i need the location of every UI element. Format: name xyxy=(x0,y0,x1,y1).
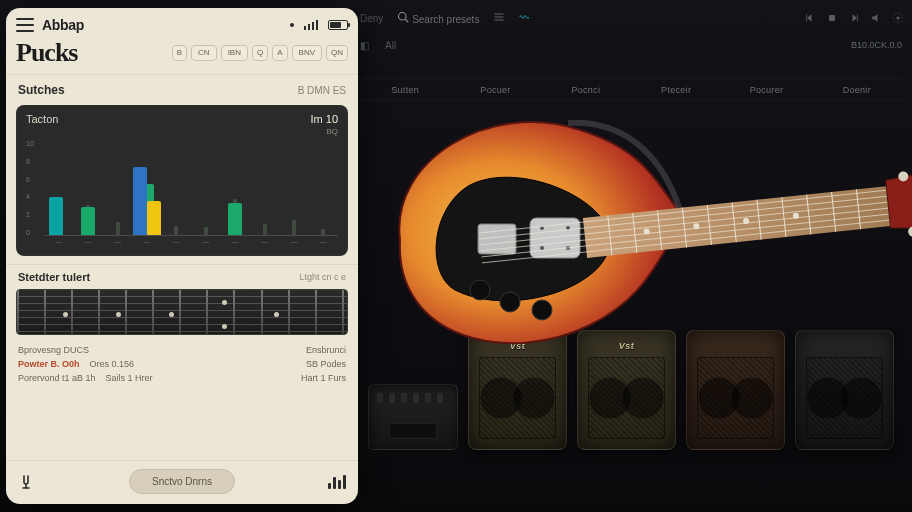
top-filter[interactable] xyxy=(493,11,505,25)
filter-label: All xyxy=(385,40,396,51)
col-3[interactable]: Pteceir xyxy=(631,79,721,99)
svg-line-1 xyxy=(406,19,409,22)
sub-meta: Ltght cn c e xyxy=(299,272,346,282)
equalizer-icon[interactable] xyxy=(328,475,348,489)
svg-point-8 xyxy=(566,246,570,250)
svg-line-21 xyxy=(782,197,786,237)
sub-title: Stetdter tulert xyxy=(18,271,90,283)
svg-point-26 xyxy=(693,223,700,230)
chip-1[interactable]: CN xyxy=(191,45,217,61)
volume-icon[interactable] xyxy=(870,12,882,24)
svg-point-25 xyxy=(643,228,650,235)
chart-value: Im 10 xyxy=(310,113,338,125)
sub-head: Stetdter tulert Ltght cn c e xyxy=(6,264,358,287)
wave-icon xyxy=(519,11,531,23)
chart-card: Tacton Im 10 BQ 1086420 —————————— xyxy=(16,105,348,256)
secondary-toolbar: ◧ All B10.0CK.0.0 xyxy=(360,34,902,56)
sliders-icon xyxy=(493,11,505,23)
chip-4[interactable]: A xyxy=(272,45,287,61)
svg-rect-41 xyxy=(304,26,306,30)
mr2-right: SB Podes xyxy=(306,359,346,369)
chart-sublabel: BQ xyxy=(26,127,338,136)
chip-6[interactable]: QN xyxy=(326,45,348,61)
svg-point-6 xyxy=(566,226,570,230)
section-meta: B DMN ES xyxy=(298,85,346,96)
svg-rect-9 xyxy=(478,224,516,254)
tuning-fork-icon[interactable] xyxy=(16,473,36,491)
svg-point-7 xyxy=(540,246,544,250)
svg-line-22 xyxy=(807,195,811,235)
battery-icon xyxy=(328,20,348,30)
chip-0[interactable]: B xyxy=(172,45,187,61)
sec-item-2[interactable]: All xyxy=(385,40,396,51)
amp-row: Vst Vst xyxy=(360,280,902,450)
mr2-left-b: Ores 0.156 xyxy=(90,359,135,369)
svg-line-20 xyxy=(757,200,761,240)
svg-line-31 xyxy=(480,199,912,245)
chart-yaxis: 1086420 xyxy=(26,140,42,236)
panel-footer: Snctvo Dnrns xyxy=(6,460,358,504)
svg-line-33 xyxy=(481,211,912,257)
brand-logo: Pucks xyxy=(16,38,77,68)
amp-cab-2[interactable]: Vst xyxy=(577,330,676,450)
col-4[interactable]: Pocurer xyxy=(721,79,811,99)
chip-2[interactable]: IBN xyxy=(221,45,248,61)
svg-point-35 xyxy=(898,171,909,182)
svg-line-15 xyxy=(633,213,637,253)
svg-line-17 xyxy=(682,208,686,248)
section-title: Sutches xyxy=(18,83,65,97)
fret-strip[interactable] xyxy=(16,289,348,335)
col-1[interactable]: Pocuer xyxy=(450,79,540,99)
svg-line-23 xyxy=(832,192,836,232)
col-0[interactable]: Sutten xyxy=(360,79,450,99)
chart-plot xyxy=(44,140,338,236)
brand-row: Pucks B CN IBN Q A BNV QN xyxy=(6,38,358,74)
svg-line-24 xyxy=(856,189,860,229)
svg-point-5 xyxy=(540,226,544,230)
next-icon[interactable] xyxy=(848,12,860,24)
top-toolbar: Deny Search presets xyxy=(360,6,904,30)
section-head: Sutches B DMN ES xyxy=(6,74,358,101)
chip-row: B CN IBN Q A BNV QN xyxy=(172,45,348,61)
sec-item-1[interactable]: ◧ xyxy=(360,40,369,51)
amp-cab-4[interactable] xyxy=(795,330,894,450)
search-icon xyxy=(397,11,409,23)
side-panel: Abbap Pucks B CN IBN Q A BNV QN Sutches … xyxy=(6,8,358,504)
amp-badge-2: Vst xyxy=(619,341,635,351)
svg-point-3 xyxy=(897,17,900,20)
col-5[interactable]: Doenir xyxy=(812,79,902,99)
svg-line-19 xyxy=(732,202,736,242)
column-header: Sutten Pocuer Pocnci Pteceir Pocurer Doe… xyxy=(360,78,902,100)
svg-point-28 xyxy=(793,213,800,220)
col-2[interactable]: Pocnci xyxy=(541,79,631,99)
prev-icon[interactable] xyxy=(804,12,816,24)
svg-rect-43 xyxy=(312,22,314,30)
top-item-deny[interactable]: Deny xyxy=(360,13,383,24)
status-dot-icon xyxy=(290,23,294,27)
svg-line-18 xyxy=(707,205,711,245)
amp-cab-3[interactable] xyxy=(686,330,785,450)
svg-point-38 xyxy=(908,226,912,237)
gear-icon[interactable] xyxy=(892,12,904,24)
top-search-placeholder: Search presets xyxy=(412,14,479,25)
svg-line-32 xyxy=(481,205,912,251)
amp-head[interactable] xyxy=(368,384,458,450)
panel-header: Abbap xyxy=(6,8,358,38)
mr1-right: Ensbrunci xyxy=(306,345,346,355)
chart-area[interactable]: 1086420 —————————— xyxy=(26,140,338,250)
primary-cta-button[interactable]: Snctvo Dnrns xyxy=(129,469,235,494)
svg-point-0 xyxy=(399,13,407,21)
svg-line-30 xyxy=(480,193,912,239)
chip-5[interactable]: BNV xyxy=(292,45,322,61)
meta-rows: Bprovesng DUCSEnsbrunci Powter B. O0hOre… xyxy=(6,339,358,385)
svg-line-34 xyxy=(482,217,912,263)
app-name-small: Abbap xyxy=(42,17,84,33)
top-search[interactable]: Search presets xyxy=(397,11,479,25)
menu-icon[interactable] xyxy=(16,18,34,32)
top-wave[interactable] xyxy=(519,11,531,25)
stop-icon[interactable] xyxy=(826,12,838,24)
chip-3[interactable]: Q xyxy=(252,45,268,61)
mr3-left-a: Porervond t1 aB 1h xyxy=(18,373,96,383)
amp-cab-1[interactable]: Vst xyxy=(468,330,567,450)
svg-rect-42 xyxy=(308,24,310,30)
